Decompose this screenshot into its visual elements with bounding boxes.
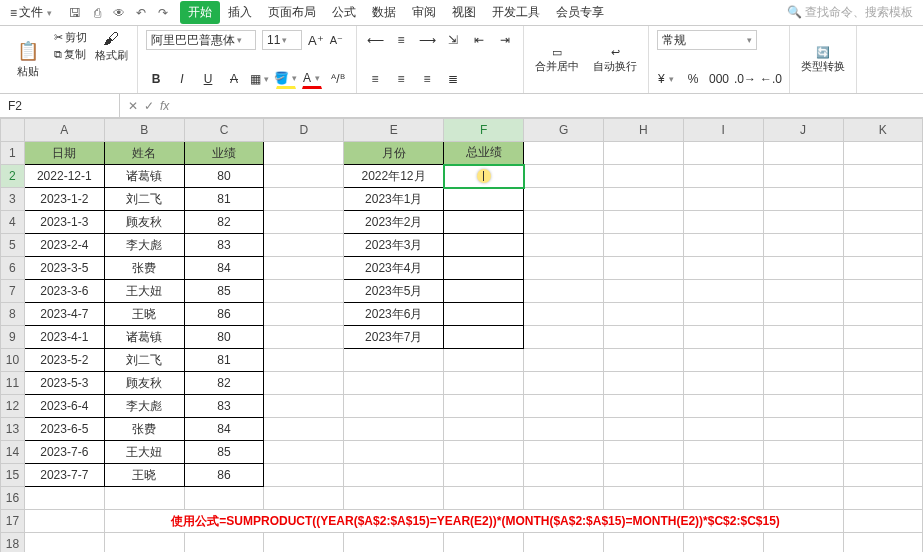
cell-A8[interactable]: 2023-4-7 [24,303,104,326]
column-header-K[interactable]: K [843,119,922,142]
cell-D16[interactable] [264,487,344,510]
cell-B8[interactable]: 王晓 [104,303,184,326]
cell-G1[interactable] [524,142,604,165]
cell-E5[interactable]: 2023年3月 [344,234,444,257]
cell-H3[interactable] [603,188,683,211]
cell-A10[interactable]: 2023-5-2 [24,349,104,372]
format-painter-button[interactable]: 🖌 格式刷 [93,30,129,89]
increase-font-icon[interactable]: A⁺ [308,33,324,48]
font-size-select[interactable]: 11▾ [262,30,302,50]
cell-I8[interactable] [683,303,763,326]
cell-G10[interactable] [524,349,604,372]
strikethrough-button[interactable]: A [224,69,244,89]
cell-F13[interactable] [444,418,524,441]
cell-J3[interactable] [763,188,843,211]
cell-J8[interactable] [763,303,843,326]
cell-G12[interactable] [524,395,604,418]
paste-button[interactable]: 📋 粘贴 [8,30,48,89]
align-center-icon[interactable]: ≡ [391,69,411,89]
cell-E12[interactable] [344,395,444,418]
cell-G18[interactable] [524,533,604,553]
cell-K6[interactable] [843,257,922,280]
row-header-5[interactable]: 5 [1,234,25,257]
cell-G3[interactable] [524,188,604,211]
cell-J13[interactable] [763,418,843,441]
tab-页面布局[interactable]: 页面布局 [260,1,324,24]
cell-J2[interactable] [763,165,843,188]
row-header-11[interactable]: 11 [1,372,25,395]
fill-color-button[interactable]: 🪣▾ [276,69,296,89]
tab-审阅[interactable]: 审阅 [404,1,444,24]
cell-G6[interactable] [524,257,604,280]
cell-D18[interactable] [264,533,344,553]
cell-H2[interactable] [603,165,683,188]
bold-button[interactable]: B [146,69,166,89]
cell-B5[interactable]: 李大彪 [104,234,184,257]
preview-icon[interactable]: 👁 [110,4,128,22]
underline-button[interactable]: U [198,69,218,89]
row-header-14[interactable]: 14 [1,441,25,464]
cell-H9[interactable] [603,326,683,349]
font-name-select[interactable]: 阿里巴巴普惠体▾ [146,30,256,50]
cell-A9[interactable]: 2023-4-1 [24,326,104,349]
cell-C13[interactable]: 84 [184,418,264,441]
row-header-13[interactable]: 13 [1,418,25,441]
file-menu[interactable]: ≡ 文件 ▾ [4,2,58,23]
cell-I12[interactable] [683,395,763,418]
cell-C16[interactable] [184,487,264,510]
cell-F2[interactable] [444,165,524,188]
cell-I7[interactable] [683,280,763,303]
spreadsheet-grid[interactable]: ABCDEFGHIJK1日期姓名业绩月份总业绩22022-12-1诸葛镇8020… [0,118,923,552]
cell-D11[interactable] [264,372,344,395]
cell-K15[interactable] [843,464,922,487]
cell-D7[interactable] [264,280,344,303]
cell-B16[interactable] [104,487,184,510]
cell-D15[interactable] [264,464,344,487]
cell-E3[interactable]: 2023年1月 [344,188,444,211]
cell-J11[interactable] [763,372,843,395]
cell-F1[interactable]: 总业绩 [444,142,524,165]
cell-A7[interactable]: 2023-3-6 [24,280,104,303]
cell-K18[interactable] [843,533,922,553]
cell-D10[interactable] [264,349,344,372]
cell-G5[interactable] [524,234,604,257]
cell-E14[interactable] [344,441,444,464]
cell-H8[interactable] [603,303,683,326]
cell-F18[interactable] [444,533,524,553]
cell-H16[interactable] [603,487,683,510]
cell-C8[interactable]: 86 [184,303,264,326]
cell-B13[interactable]: 张费 [104,418,184,441]
cell-J9[interactable] [763,326,843,349]
cell-C18[interactable] [184,533,264,553]
wrap-text-button[interactable]: ↩ 自动换行 [590,46,640,74]
name-box[interactable]: F2 [0,94,120,117]
cell-J1[interactable] [763,142,843,165]
cell-K7[interactable] [843,280,922,303]
cell-C15[interactable]: 86 [184,464,264,487]
cell-K5[interactable] [843,234,922,257]
cell-K13[interactable] [843,418,922,441]
cell-D3[interactable] [264,188,344,211]
row-header-3[interactable]: 3 [1,188,25,211]
cell-K8[interactable] [843,303,922,326]
cell-F3[interactable] [444,188,524,211]
cell-A17[interactable] [24,510,104,533]
cell-H10[interactable] [603,349,683,372]
cell-I11[interactable] [683,372,763,395]
cell-J6[interactable] [763,257,843,280]
cell-B6[interactable]: 张费 [104,257,184,280]
indent-dec-icon[interactable]: ⇤ [469,30,489,50]
cell-F7[interactable] [444,280,524,303]
row-header-10[interactable]: 10 [1,349,25,372]
cell-J15[interactable] [763,464,843,487]
cell-G4[interactable] [524,211,604,234]
cell-C9[interactable]: 80 [184,326,264,349]
tab-视图[interactable]: 视图 [444,1,484,24]
tab-开始[interactable]: 开始 [180,1,220,24]
column-header-G[interactable]: G [524,119,604,142]
cell-K10[interactable] [843,349,922,372]
undo-icon[interactable]: ↶ [132,4,150,22]
cell-A18[interactable] [24,533,104,553]
cell-I16[interactable] [683,487,763,510]
cell-B11[interactable]: 顾友秋 [104,372,184,395]
